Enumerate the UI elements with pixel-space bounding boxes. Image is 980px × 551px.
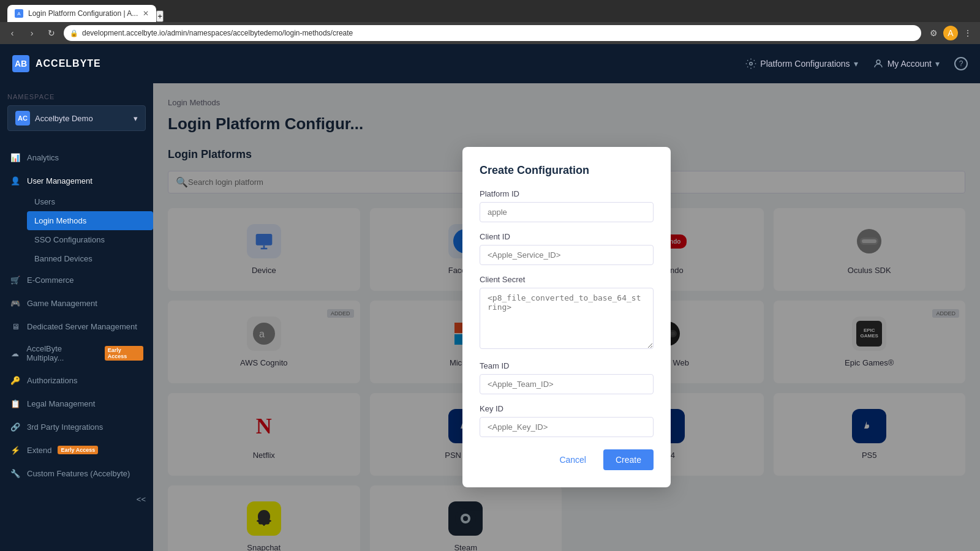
sidebar-item-legal-management[interactable]: 📋 Legal Management	[0, 392, 153, 415]
client-id-label: Client ID	[480, 232, 654, 241]
client-id-input[interactable]	[480, 245, 654, 265]
extend-early-badge: Early Access	[58, 446, 98, 454]
reload-button[interactable]: ↻	[44, 26, 59, 40]
sidebar: NAMESPACE AC Accelbyte Demo ▾ 📊 Analytic…	[0, 83, 153, 551]
key-id-label: Key ID	[480, 404, 654, 413]
sidebar-item-banned-devices[interactable]: Banned Devices	[27, 249, 153, 268]
sidebar-item-accelbyte-multiplayer[interactable]: ☁ AccelByte Multiplay... Early Access	[0, 338, 153, 369]
active-tab[interactable]: A Login Platform Configuration | A... ✕	[7, 5, 156, 22]
tab-close-button[interactable]: ✕	[143, 9, 149, 18]
collapse-icon: <<	[137, 495, 146, 504]
sidebar-item-analytics[interactable]: 📊 Analytics	[0, 146, 153, 169]
platform-id-input[interactable]	[480, 202, 654, 222]
sidebar-item-authorizations-label: Authorizations	[27, 376, 77, 385]
modal-overlay: Create Configuration Platform ID Client …	[153, 83, 980, 551]
back-button[interactable]: ‹	[5, 26, 20, 40]
sidebar-item-extend[interactable]: ⚡ Extend Early Access	[0, 438, 153, 462]
sidebar-item-game-management[interactable]: 🎮 Game Management	[0, 291, 153, 315]
client-secret-group: Client Secret	[480, 275, 654, 351]
sidebar-collapse-button[interactable]: <<	[0, 490, 153, 509]
namespace-select[interactable]: AC Accelbyte Demo ▾	[7, 105, 146, 131]
platform-configs-label: Platform Configurations	[760, 59, 850, 69]
sidebar-item-user-management[interactable]: 👤 User Management	[0, 169, 153, 192]
cancel-button[interactable]: Cancel	[549, 449, 596, 470]
gear-icon	[745, 58, 756, 69]
integration-icon: 🔗	[10, 421, 21, 432]
sidebar-item-multiplayer-label: AccelByte Multiplay...	[26, 344, 98, 362]
content-area: Login Methods Login Platform Configur...…	[153, 83, 980, 551]
authorizations-icon: 🔑	[10, 375, 21, 386]
account-nav[interactable]: My Account ▾	[873, 58, 940, 69]
legal-icon: 📋	[10, 398, 21, 409]
custom-icon: 🔧	[10, 468, 21, 479]
sidebar-item-users[interactable]: Users	[27, 192, 153, 211]
browser-tabs: A Login Platform Configuration | A... ✕ …	[7, 0, 164, 22]
user-management-submenu: Users Login Methods SSO Configurations B…	[0, 192, 153, 268]
sidebar-item-ecommerce[interactable]: 🛒 E-Commerce	[0, 268, 153, 291]
svg-point-1	[876, 60, 880, 64]
sidebar-item-custom-features[interactable]: 🔧 Custom Features (Accelbyte)	[0, 462, 153, 485]
client-secret-label: Client Secret	[480, 275, 654, 284]
namespace-avatar: AC	[15, 111, 30, 126]
menu-button[interactable]: ⋮	[960, 26, 975, 40]
forward-button[interactable]: ›	[24, 26, 39, 40]
extend-icon: ⚡	[10, 444, 21, 455]
sidebar-item-dedicated-server-label: Dedicated Server Management	[27, 322, 137, 331]
platform-id-label: Platform ID	[480, 189, 654, 198]
lock-icon: 🔒	[70, 29, 78, 37]
sidebar-item-sso-configurations[interactable]: SSO Configurations	[27, 230, 153, 249]
help-icon: ?	[954, 57, 968, 70]
sidebar-namespace: NAMESPACE AC Accelbyte Demo ▾	[0, 83, 153, 141]
user-management-icon: 👤	[10, 175, 21, 186]
namespace-label: NAMESPACE	[7, 93, 146, 100]
namespace-name: Accelbyte Demo	[35, 114, 129, 123]
sidebar-item-user-management-label: User Management	[27, 176, 92, 186]
dedicated-server-icon: 🖥	[10, 321, 21, 332]
create-configuration-modal: Create Configuration Platform ID Client …	[462, 147, 671, 487]
sidebar-item-custom-label: Custom Features (Accelbyte)	[27, 469, 130, 478]
game-management-icon: 🎮	[10, 298, 21, 309]
logo-icon: AB	[12, 55, 29, 72]
toolbar-icons: ⚙ A ⋮	[926, 26, 975, 40]
browser-toolbar: ‹ › ↻ 🔒 development.accelbyte.io/admin/n…	[0, 22, 980, 44]
key-id-input[interactable]	[480, 417, 654, 437]
key-id-group: Key ID	[480, 404, 654, 437]
platform-configs-chevron: ▾	[854, 59, 858, 69]
profile-button[interactable]: A	[943, 26, 958, 40]
address-bar[interactable]: 🔒 development.accelbyte.io/admin/namespa…	[64, 25, 921, 41]
tab-favicon: A	[15, 9, 23, 18]
sidebar-item-authorizations[interactable]: 🔑 Authorizations	[0, 369, 153, 392]
sidebar-item-extend-label: Extend	[27, 446, 51, 455]
team-id-input[interactable]	[480, 374, 654, 394]
sidebar-item-legal-label: Legal Management	[27, 399, 95, 408]
new-tab-button[interactable]: +	[156, 10, 164, 22]
create-button[interactable]: Create	[603, 449, 654, 470]
top-nav: AB ACCELBYTE Platform Configurations ▾ M…	[0, 44, 980, 83]
team-id-label: Team ID	[480, 361, 654, 370]
app: AB ACCELBYTE Platform Configurations ▾ M…	[0, 44, 980, 551]
logo-area: AB ACCELBYTE	[12, 55, 101, 72]
analytics-icon: 📊	[10, 152, 21, 163]
modal-title: Create Configuration	[480, 164, 654, 177]
namespace-chevron: ▾	[134, 114, 138, 123]
account-chevron: ▾	[935, 59, 940, 69]
platform-id-group: Platform ID	[480, 189, 654, 222]
modal-actions: Cancel Create	[480, 449, 654, 470]
client-secret-input[interactable]	[480, 288, 654, 349]
help-nav[interactable]: ?	[954, 57, 968, 70]
sidebar-item-login-methods[interactable]: Login Methods	[27, 211, 153, 230]
account-label: My Account	[888, 59, 932, 69]
sidebar-item-3rd-party[interactable]: 🔗 3rd Party Integrations	[0, 415, 153, 438]
logo-text: ACCELBYTE	[36, 58, 101, 69]
ecommerce-icon: 🛒	[10, 274, 21, 285]
sidebar-item-game-management-label: Game Management	[27, 299, 97, 308]
user-icon	[873, 58, 884, 69]
main-layout: NAMESPACE AC Accelbyte Demo ▾ 📊 Analytic…	[0, 83, 980, 551]
url-text: development.accelbyte.io/admin/namespace…	[82, 29, 353, 37]
team-id-group: Team ID	[480, 361, 654, 394]
platform-configs-nav[interactable]: Platform Configurations ▾	[745, 58, 858, 69]
sidebar-item-dedicated-server[interactable]: 🖥 Dedicated Server Management	[0, 315, 153, 338]
multiplayer-early-badge: Early Access	[105, 346, 143, 361]
sidebar-item-analytics-label: Analytics	[27, 153, 59, 162]
extensions-button[interactable]: ⚙	[926, 26, 941, 40]
